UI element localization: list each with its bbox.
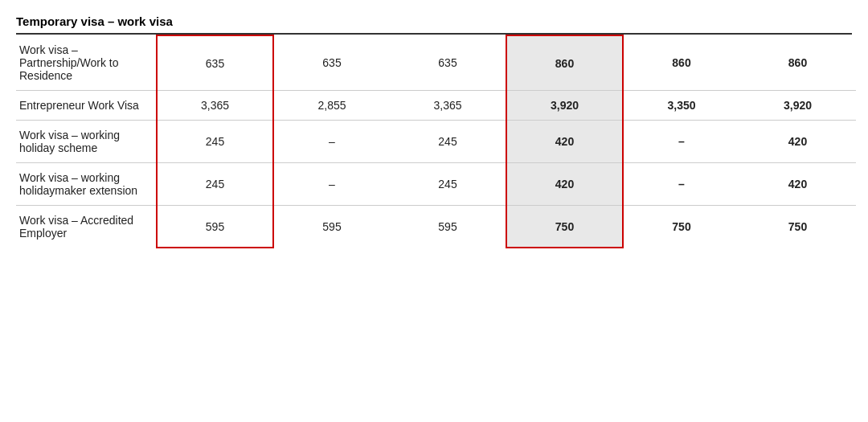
col1-value: 245	[157, 121, 273, 163]
col6-value: 420	[739, 163, 856, 206]
table-row: Work visa – Accredited Employer595595595…	[16, 206, 856, 248]
col1-value: 635	[157, 35, 273, 91]
col3-value: 245	[390, 163, 506, 206]
col5-value: 750	[623, 206, 739, 248]
row-label: Work visa – working holidaymaker extensi…	[16, 163, 157, 206]
row-label: Work visa – Accredited Employer	[16, 206, 157, 248]
visa-table: Work visa – Partnership/Work to Residenc…	[16, 35, 856, 248]
col6-value: 750	[739, 206, 856, 248]
col2-value: 595	[273, 206, 390, 248]
col6-value: 860	[739, 35, 856, 91]
section-title: Temporary visa – work visa	[16, 8, 852, 35]
table-row: Work visa – working holiday scheme245–24…	[16, 121, 856, 163]
col3-value: 635	[390, 35, 506, 91]
col1-value: 595	[157, 206, 273, 248]
row-label: Work visa – Partnership/Work to Residenc…	[16, 35, 157, 91]
col2-value: 2,855	[273, 91, 390, 121]
col4-value: 750	[506, 206, 623, 248]
table-row: Work visa – Partnership/Work to Residenc…	[16, 35, 856, 91]
col2-value: 635	[273, 35, 390, 91]
row-label: Work visa – working holiday scheme	[16, 121, 157, 163]
col5-value: 860	[623, 35, 739, 91]
col3-value: 3,365	[390, 91, 506, 121]
col3-value: 245	[390, 121, 506, 163]
col5-value: –	[623, 163, 739, 206]
table-row: Entrepreneur Work Visa3,3652,8553,3653,9…	[16, 91, 856, 121]
col5-value: –	[623, 121, 739, 163]
col4-value: 3,920	[506, 91, 623, 121]
col6-value: 3,920	[739, 91, 856, 121]
col2-value: –	[273, 121, 390, 163]
col3-value: 595	[390, 206, 506, 248]
col5-value: 3,350	[623, 91, 739, 121]
page-wrapper: Temporary visa – work visa Work visa – P…	[0, 0, 868, 256]
col1-value: 245	[157, 163, 273, 206]
row-label: Entrepreneur Work Visa	[16, 91, 157, 121]
col2-value: –	[273, 163, 390, 206]
col4-value: 860	[506, 35, 623, 91]
table-row: Work visa – working holidaymaker extensi…	[16, 163, 856, 206]
col1-value: 3,365	[157, 91, 273, 121]
col4-value: 420	[506, 121, 623, 163]
col6-value: 420	[739, 121, 856, 163]
col4-value: 420	[506, 163, 623, 206]
